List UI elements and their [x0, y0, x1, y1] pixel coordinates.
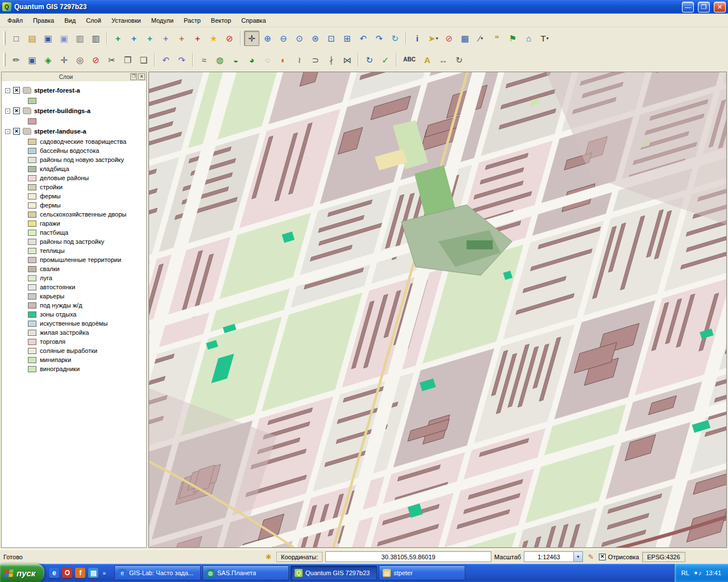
- show-desktop-icon[interactable]: ▤: [88, 568, 98, 578]
- chevron-down-icon[interactable]: ▾: [481, 36, 483, 41]
- layer-row[interactable]: -✕stpeter-landuse-a: [2, 126, 146, 137]
- deselect-features-button[interactable]: ⊘: [441, 31, 457, 46]
- menu-5[interactable]: Установки: [106, 15, 146, 26]
- delete-selected-button[interactable]: ⊘: [88, 52, 104, 68]
- tray-update-icon[interactable]: ✦: [693, 569, 698, 576]
- paint-icon[interactable]: ✎: [586, 552, 596, 562]
- reshape-features-button[interactable]: ≀: [292, 52, 307, 68]
- zoom-out-button[interactable]: ⊖: [276, 31, 291, 46]
- identify-features-button[interactable]: i: [410, 31, 425, 46]
- rotate-point-symbols-button[interactable]: ↻: [362, 52, 377, 68]
- show-bookmarks-button[interactable]: ⌂: [521, 31, 536, 46]
- chevron-down-icon[interactable]: ▾: [547, 36, 549, 41]
- zoom-to-selection-button[interactable]: ⊡: [324, 31, 339, 46]
- cut-features-button[interactable]: ✂: [104, 52, 119, 68]
- coordinates-toggle-button[interactable]: Координаты:: [276, 552, 322, 562]
- minimize-button[interactable]: —: [682, 2, 694, 13]
- new-shapefile-layer-button[interactable]: ★: [206, 31, 221, 46]
- save-project-as-button[interactable]: ▣: [56, 31, 72, 46]
- zoom-last-button[interactable]: ↶: [355, 31, 371, 46]
- layer-row[interactable]: -✕stpeter-buildings-a: [2, 105, 146, 117]
- change-label-button[interactable]: A: [420, 52, 435, 68]
- toggle-editing-button[interactable]: ✏: [9, 52, 24, 68]
- quick-launch-more-icon[interactable]: »: [101, 570, 107, 576]
- clock[interactable]: 13:41: [705, 569, 721, 576]
- text-annotation-button[interactable]: T▾: [537, 31, 552, 46]
- undo-button[interactable]: ↶: [158, 52, 173, 68]
- task-button-3[interactable]: QQuantum GIS 7297b23: [291, 566, 377, 580]
- launch-browser-3-icon[interactable]: f: [75, 568, 85, 578]
- tree-expander-icon[interactable]: -: [5, 88, 10, 93]
- tray-volume-icon[interactable]: ♪: [698, 569, 702, 576]
- rotate-label-button[interactable]: ↻: [452, 52, 467, 68]
- zoom-native-resolution-button[interactable]: ⊙: [292, 31, 307, 46]
- tree-expander-icon[interactable]: -: [5, 109, 10, 114]
- task-button-4[interactable]: ▤stpeter: [379, 566, 465, 580]
- zoom-full-extent-button[interactable]: ⊛: [308, 31, 323, 46]
- render-progress-icon[interactable]: ✱: [263, 552, 274, 562]
- layers-panel-header[interactable]: Слои ❐ ✕: [2, 72, 146, 81]
- redo-button[interactable]: ↷: [174, 52, 189, 68]
- zoom-in-button[interactable]: ⊕: [260, 31, 275, 46]
- refresh-map-button[interactable]: ↻: [387, 31, 403, 46]
- fill-ring-button[interactable]: ◕: [244, 52, 259, 68]
- render-checkbox[interactable]: ✕: [599, 554, 606, 560]
- maximize-button[interactable]: ❐: [698, 2, 710, 13]
- layer-checkbox[interactable]: ✕: [13, 87, 20, 94]
- tree-expander-icon[interactable]: -: [5, 129, 10, 134]
- split-features-button[interactable]: ∤: [324, 52, 339, 68]
- open-attribute-table-button[interactable]: ▦: [457, 31, 473, 46]
- chevron-down-icon[interactable]: ▾: [436, 36, 438, 41]
- new-project-button[interactable]: □: [9, 31, 24, 46]
- measure-button[interactable]: ∕▾: [473, 31, 489, 46]
- offset-curve-button[interactable]: ⊃: [308, 52, 323, 68]
- close-button[interactable]: ✕: [714, 2, 726, 13]
- check-geometry-button[interactable]: ✓: [378, 52, 393, 68]
- print-button[interactable]: ▥: [88, 31, 104, 46]
- menu-6[interactable]: Модули: [146, 15, 179, 26]
- select-features-button[interactable]: ➤▾: [425, 31, 441, 46]
- zoom-to-layer-button[interactable]: ⊞: [340, 31, 355, 46]
- node-tool-button[interactable]: ◎: [72, 52, 88, 68]
- menu-8[interactable]: Вектор: [206, 15, 237, 26]
- zoom-next-button[interactable]: ↷: [371, 31, 387, 46]
- labeling-button[interactable]: ABC: [400, 52, 419, 68]
- launch-browser-1-icon[interactable]: e: [49, 568, 59, 578]
- toolbar-grip[interactable]: [3, 31, 6, 45]
- paste-features-button[interactable]: ❏: [136, 52, 151, 68]
- scale-combo[interactable]: 1:12463 ▾: [524, 551, 583, 562]
- menu-2[interactable]: Правка: [28, 15, 59, 26]
- move-label-button[interactable]: ↔: [436, 52, 451, 68]
- menu-7[interactable]: Растр: [179, 15, 206, 26]
- coordinates-input[interactable]: [325, 551, 491, 562]
- delete-part-button[interactable]: ◐: [276, 52, 291, 68]
- open-project-button[interactable]: ▤: [24, 31, 40, 46]
- chevron-down-icon[interactable]: ▾: [573, 552, 582, 562]
- layer-checkbox[interactable]: ✕: [13, 107, 20, 114]
- start-button[interactable]: пуск: [0, 564, 44, 582]
- new-print-composer-button[interactable]: ▥: [72, 31, 88, 46]
- render-checkbox-group[interactable]: ✕ Отрисовка: [599, 554, 639, 560]
- map-canvas[interactable]: [148, 72, 727, 548]
- save-edits-button[interactable]: ▣: [24, 52, 40, 68]
- layer-row[interactable]: -✕stpeter-forest-a: [2, 85, 146, 96]
- copy-features-button[interactable]: ❐: [120, 52, 135, 68]
- merge-features-button[interactable]: ⋈: [340, 52, 355, 68]
- add-ring-button[interactable]: ◍: [212, 52, 228, 68]
- task-button-2[interactable]: ◍SAS.Планета: [202, 566, 289, 580]
- simplify-feature-button[interactable]: ≈: [196, 52, 212, 68]
- add-raster-layer-button[interactable]: +: [126, 31, 142, 46]
- remove-layer-button[interactable]: ⊘: [222, 31, 237, 46]
- menu-4[interactable]: Слой: [81, 15, 106, 26]
- save-project-button[interactable]: ▣: [40, 31, 56, 46]
- move-feature-button[interactable]: ✛: [56, 52, 72, 68]
- crs-status-button[interactable]: EPSG:4326: [642, 552, 685, 562]
- task-button-1[interactable]: eGIS-Lab: Часто зада...: [114, 566, 201, 580]
- menu-1[interactable]: Файл: [2, 15, 28, 26]
- pan-map-button[interactable]: ✛: [244, 31, 259, 46]
- keyboard-layout-indicator[interactable]: RL: [681, 569, 689, 576]
- new-bookmark-button[interactable]: ⚑: [505, 31, 520, 46]
- panel-float-button[interactable]: ❐: [130, 73, 137, 80]
- layer-checkbox[interactable]: ✕: [13, 128, 20, 135]
- add-spatialite-layer-button[interactable]: +: [158, 31, 173, 46]
